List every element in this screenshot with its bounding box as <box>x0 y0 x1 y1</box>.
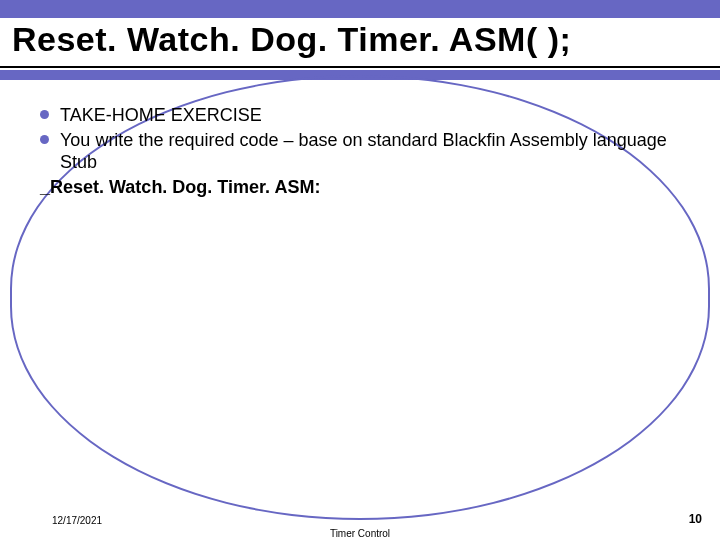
stub-label: _Reset. Watch. Dog. Timer. ASM: <box>40 176 680 199</box>
footer-copyright: Timer Control Copyright M. Smith, ECE, U… <box>0 528 720 540</box>
page-number: 10 <box>689 512 702 526</box>
list-item: You write the required code – base on st… <box>40 129 680 174</box>
slide-body: TAKE-HOME EXERCISE You write the require… <box>40 104 680 198</box>
bullet-text: TAKE-HOME EXERCISE <box>60 105 262 125</box>
list-item: TAKE-HOME EXERCISE <box>40 104 680 127</box>
footer-line1: Timer Control <box>330 528 390 539</box>
slide-top-accent <box>0 0 720 18</box>
slide-title: Reset. Watch. Dog. Timer. ASM( ); <box>12 20 571 59</box>
bullet-text: You write the required code – base on st… <box>60 130 667 173</box>
title-underline-thin <box>0 66 720 68</box>
footer-date: 12/17/2021 <box>52 515 102 526</box>
